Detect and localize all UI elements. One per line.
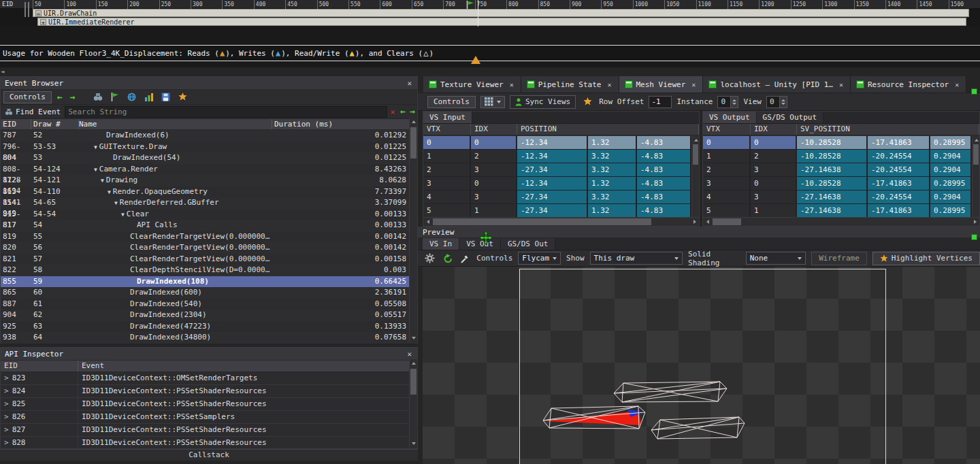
vertex-row[interactable]: 0 0 -12.34 1.32 -4.83 bbox=[423, 136, 691, 150]
tree-caret-icon[interactable]: ▼ bbox=[108, 189, 111, 195]
prev-event-arrow[interactable]: ← bbox=[55, 92, 65, 103]
vs-output-vscrollbar[interactable] bbox=[972, 136, 979, 217]
vertex-row[interactable]: 3 0 -12.34 1.32 -4.83 bbox=[423, 177, 691, 190]
vertex-row[interactable]: 0 0 -10.28528 -17.41863 0.28995 bbox=[703, 136, 972, 150]
event-row[interactable]: 813-1541 54-110 ▼Render.OpaqueGeometry 7… bbox=[1, 186, 417, 198]
api-inspector-scrollbar[interactable] bbox=[409, 359, 417, 448]
clear-search-icon[interactable]: ✕ bbox=[387, 107, 399, 116]
instance-stepper[interactable]: 0 bbox=[717, 96, 738, 108]
close-icon[interactable]: ✕ bbox=[406, 350, 413, 359]
column-header-vtx[interactable]: VTX bbox=[703, 124, 751, 135]
column-header-idx[interactable]: IDX bbox=[751, 124, 797, 135]
wireframe-button[interactable]: Wireframe bbox=[811, 252, 867, 265]
column-header-draw[interactable]: Draw # bbox=[31, 119, 79, 129]
timings-globe-icon[interactable] bbox=[125, 91, 139, 103]
scroll-thumb[interactable] bbox=[973, 144, 979, 165]
expand-chevron-icon[interactable]: > bbox=[4, 372, 9, 384]
api-call-row[interactable]: >826 ID3D11DeviceContext::PSSetSamplers bbox=[1, 411, 417, 424]
controls-button[interactable]: Controls bbox=[3, 91, 52, 103]
find-icon[interactable] bbox=[91, 91, 105, 103]
solid-shading-select[interactable]: None bbox=[746, 252, 806, 265]
tab-close-icon[interactable]: ✕ bbox=[953, 81, 960, 88]
usage-marker-icon[interactable] bbox=[471, 56, 480, 64]
event-row[interactable]: 904 62 DrawIndexed(2304) 0.05517 bbox=[1, 310, 417, 321]
view-stepper[interactable]: 0 bbox=[766, 96, 787, 108]
scroll-thumb[interactable] bbox=[410, 127, 416, 159]
column-header-sv-position[interactable]: SV_POSITION bbox=[797, 124, 979, 135]
tab-close-icon[interactable]: ✕ bbox=[838, 81, 845, 88]
scroll-right-icon[interactable] bbox=[690, 218, 699, 226]
scroll-right-icon[interactable] bbox=[970, 218, 979, 226]
tree-caret-icon[interactable]: ▼ bbox=[121, 212, 125, 218]
scroll-thumb[interactable] bbox=[693, 144, 698, 165]
settings-gear-icon[interactable] bbox=[424, 252, 436, 265]
callstack-bar[interactable]: Callstack bbox=[0, 449, 418, 461]
scroll-thumb[interactable] bbox=[410, 369, 416, 395]
vertex-row[interactable]: 2 3 -27.14638 -20.24554 0.2904 bbox=[703, 163, 972, 177]
event-row[interactable]: 821 57 ClearRenderTargetView(0.000000… 0… bbox=[1, 254, 417, 265]
vertex-row[interactable]: 3 0 -10.28528 -17.41863 0.28995 bbox=[703, 177, 972, 190]
scroll-down-icon[interactable] bbox=[410, 334, 418, 342]
api-call-row[interactable]: >828 ID3D11DeviceContext::PSSetShaderRes… bbox=[1, 437, 417, 450]
event-row[interactable]: 804 53 DrawIndexed(54) 0.01225 bbox=[1, 152, 417, 164]
camera-mode-select[interactable]: Flycam bbox=[518, 252, 561, 265]
vertex-row[interactable]: 1 2 -10.28528 -20.24554 0.2904 bbox=[703, 150, 972, 163]
event-row[interactable]: 815-817 54-54 ▼Clear 0.00133 bbox=[1, 209, 417, 220]
scroll-down-icon[interactable] bbox=[410, 440, 418, 448]
vertex-row[interactable]: 4 3 -27.14638 -20.24554 0.2904 bbox=[703, 190, 972, 204]
scroll-up-icon[interactable] bbox=[410, 359, 418, 367]
expand-chevron-icon[interactable]: > bbox=[4, 437, 9, 449]
document-tab[interactable]: Mesh Viewer ✕ bbox=[619, 76, 704, 93]
scroll-thumb[interactable] bbox=[433, 218, 651, 225]
scroll-up-icon[interactable] bbox=[692, 136, 700, 144]
show-select[interactable]: This draw bbox=[590, 252, 683, 265]
detach-panel-handle[interactable] bbox=[971, 234, 977, 240]
search-next-arrow[interactable]: → bbox=[408, 106, 417, 117]
preview-tab[interactable]: GS/DS Out bbox=[501, 238, 556, 250]
bookmark-star-icon[interactable] bbox=[581, 96, 594, 108]
controls-button[interactable]: Controls bbox=[427, 96, 476, 108]
event-row[interactable]: 820 56 ClearRenderTargetView(0.000000… 0… bbox=[1, 242, 417, 254]
save-icon[interactable] bbox=[159, 91, 173, 103]
vertex-row[interactable]: 1 2 -12.34 3.32 -4.83 bbox=[423, 150, 691, 163]
column-header-eid[interactable]: EID bbox=[1, 361, 78, 371]
tree-caret-icon[interactable]: ▼ bbox=[94, 167, 97, 173]
expand-box-icon[interactable]: + bbox=[40, 19, 46, 25]
stats-chart-icon[interactable] bbox=[142, 91, 156, 103]
vertex-row[interactable]: 2 3 -27.34 3.32 -4.83 bbox=[423, 163, 691, 177]
event-row[interactable]: 817 54 API Calls 0.00133 bbox=[1, 220, 417, 231]
expand-chevron-icon[interactable]: > bbox=[4, 424, 9, 436]
sync-views-toggle[interactable]: Sync Views bbox=[510, 95, 576, 109]
event-row[interactable]: 812-1694 54-121 ▼Drawing 8.0628 bbox=[1, 175, 417, 186]
vs-input-vscrollbar[interactable] bbox=[691, 136, 699, 217]
event-row[interactable]: 814-949 54-65 ▼RenderDeferred.GBuffer 3.… bbox=[1, 197, 417, 209]
scroll-up-icon[interactable] bbox=[973, 136, 980, 144]
detach-panel-handle[interactable] bbox=[971, 88, 977, 95]
bookmark-flag-icon[interactable] bbox=[108, 91, 122, 103]
close-icon[interactable]: ✕ bbox=[406, 79, 413, 88]
flame-bar-drawchain[interactable]: = UIR.DrawChain bbox=[33, 9, 969, 17]
vs-output-hscrollbar[interactable] bbox=[703, 217, 979, 226]
event-row[interactable]: 887 61 DrawIndexed(540) 0.05508 bbox=[1, 299, 417, 310]
search-prev-arrow[interactable]: ← bbox=[398, 106, 408, 117]
scroll-up-icon[interactable] bbox=[410, 118, 418, 126]
timeline-grip[interactable] bbox=[24, 2, 29, 17]
event-row[interactable]: 938 64 DrawIndexed(34800) 0.07658 bbox=[1, 332, 417, 344]
document-tab[interactable]: localhost – Unity [PID 1… ✕ bbox=[703, 76, 851, 93]
event-browser-titlebar[interactable]: Event Browser ✕ bbox=[1, 77, 417, 90]
document-tab[interactable]: Texture Viewer ✕ bbox=[423, 76, 521, 93]
event-row[interactable]: 796-804 53-53 ▼GUITexture.Draw 0.01225 bbox=[1, 142, 417, 153]
event-row[interactable]: 819 55 ClearRenderTargetView(0.000000… 0… bbox=[1, 231, 417, 243]
scroll-thumb[interactable] bbox=[713, 218, 741, 225]
next-event-arrow[interactable]: → bbox=[68, 92, 78, 103]
tab-vs-output[interactable]: VS Output bbox=[703, 112, 757, 123]
scroll-left-icon[interactable] bbox=[423, 218, 432, 226]
vertex-row[interactable]: 4 3 -27.34 3.32 -4.83 bbox=[423, 190, 691, 204]
event-row[interactable]: 787 52 DrawIndexed(6) 0.01292 bbox=[1, 130, 417, 142]
flame-bar-immediaterenderer[interactable]: + UIR.ImmediateRenderer bbox=[37, 18, 966, 26]
event-row[interactable]: 822 58 ClearDepthStencilView(D=0.0000… 0… bbox=[1, 265, 417, 276]
row-offset-input[interactable] bbox=[649, 96, 672, 108]
column-header-duration[interactable]: Duration (ms) bbox=[272, 119, 417, 129]
mesh-preview-viewport[interactable] bbox=[423, 267, 980, 464]
reset-camera-icon[interactable] bbox=[442, 252, 454, 265]
